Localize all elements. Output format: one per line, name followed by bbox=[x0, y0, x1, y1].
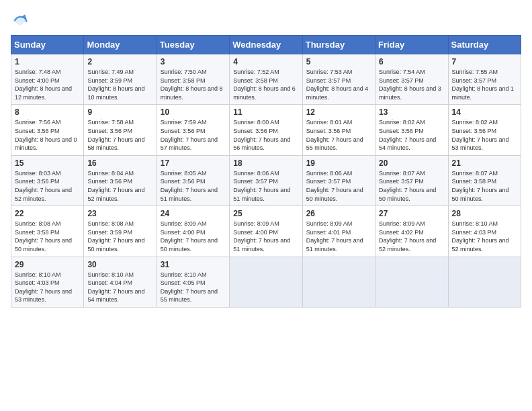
day-number: 25 bbox=[233, 209, 298, 218]
calendar-cell: 6 Sunrise: 7:54 AM Sunset: 3:57 PM Dayli… bbox=[375, 54, 448, 105]
calendar-cell: 21 Sunrise: 8:07 AM Sunset: 3:58 PM Dayl… bbox=[448, 155, 521, 205]
calendar-cell: 17 Sunrise: 8:05 AM Sunset: 3:56 PM Dayl… bbox=[157, 155, 229, 205]
calendar-cell: 31 Sunrise: 8:10 AM Sunset: 4:05 PM Dayl… bbox=[157, 257, 229, 307]
day-info: Sunrise: 8:10 AM Sunset: 4:05 PM Dayligh… bbox=[161, 271, 226, 304]
calendar-week-row: 15 Sunrise: 8:03 AM Sunset: 3:56 PM Dayl… bbox=[11, 155, 521, 205]
calendar-cell: 20 Sunrise: 8:07 AM Sunset: 3:57 PM Dayl… bbox=[375, 155, 448, 205]
calendar-header-sunday: Sunday bbox=[11, 36, 84, 54]
calendar-header-saturday: Saturday bbox=[448, 36, 521, 54]
calendar-header-monday: Monday bbox=[84, 36, 157, 54]
day-info: Sunrise: 7:50 AM Sunset: 3:58 PM Dayligh… bbox=[161, 68, 226, 101]
day-number: 6 bbox=[379, 57, 444, 66]
calendar-cell: 19 Sunrise: 8:06 AM Sunset: 3:57 PM Dayl… bbox=[302, 155, 375, 205]
day-info: Sunrise: 8:08 AM Sunset: 3:59 PM Dayligh… bbox=[87, 220, 152, 253]
day-number: 20 bbox=[379, 158, 444, 168]
calendar-cell: 2 Sunrise: 7:49 AM Sunset: 3:59 PM Dayli… bbox=[84, 54, 157, 105]
calendar-cell: 22 Sunrise: 8:08 AM Sunset: 3:58 PM Dayl… bbox=[11, 206, 84, 257]
day-number: 18 bbox=[233, 158, 298, 168]
day-number: 10 bbox=[161, 107, 226, 117]
day-number: 23 bbox=[87, 209, 152, 218]
day-number: 29 bbox=[15, 260, 80, 269]
calendar-cell: 1 Sunrise: 7:48 AM Sunset: 4:00 PM Dayli… bbox=[11, 54, 84, 105]
calendar-cell: 30 Sunrise: 8:10 AM Sunset: 4:04 PM Dayl… bbox=[84, 257, 157, 307]
day-info: Sunrise: 8:08 AM Sunset: 3:58 PM Dayligh… bbox=[15, 220, 80, 253]
day-info: Sunrise: 8:05 AM Sunset: 3:56 PM Dayligh… bbox=[161, 169, 226, 203]
day-info: Sunrise: 8:00 AM Sunset: 3:56 PM Dayligh… bbox=[233, 118, 298, 152]
day-number: 26 bbox=[306, 209, 371, 218]
calendar-header-friday: Friday bbox=[375, 36, 448, 54]
day-info: Sunrise: 7:55 AM Sunset: 3:57 PM Dayligh… bbox=[452, 68, 517, 101]
day-info: Sunrise: 8:10 AM Sunset: 4:03 PM Dayligh… bbox=[452, 220, 517, 253]
day-number: 17 bbox=[161, 158, 226, 168]
day-info: Sunrise: 8:09 AM Sunset: 4:02 PM Dayligh… bbox=[379, 220, 444, 253]
day-info: Sunrise: 7:48 AM Sunset: 4:00 PM Dayligh… bbox=[15, 68, 80, 101]
calendar-cell: 18 Sunrise: 8:06 AM Sunset: 3:57 PM Dayl… bbox=[230, 155, 302, 205]
day-number: 5 bbox=[306, 57, 371, 66]
calendar-cell: 10 Sunrise: 7:59 AM Sunset: 3:56 PM Dayl… bbox=[157, 105, 229, 155]
day-number: 19 bbox=[306, 158, 371, 168]
calendar-cell: 24 Sunrise: 8:09 AM Sunset: 4:00 PM Dayl… bbox=[157, 206, 229, 257]
calendar-cell bbox=[230, 257, 302, 307]
day-number: 16 bbox=[87, 158, 152, 168]
day-info: Sunrise: 8:03 AM Sunset: 3:56 PM Dayligh… bbox=[15, 169, 80, 203]
calendar-cell: 26 Sunrise: 8:09 AM Sunset: 4:01 PM Dayl… bbox=[302, 206, 375, 257]
calendar-table: SundayMondayTuesdayWednesdayThursdayFrid… bbox=[11, 35, 521, 308]
day-info: Sunrise: 8:07 AM Sunset: 3:57 PM Dayligh… bbox=[379, 169, 444, 203]
calendar-cell: 11 Sunrise: 8:00 AM Sunset: 3:56 PM Dayl… bbox=[230, 105, 302, 155]
calendar-cell bbox=[448, 257, 521, 307]
day-number: 4 bbox=[233, 57, 298, 66]
day-info: Sunrise: 8:07 AM Sunset: 3:58 PM Dayligh… bbox=[452, 169, 517, 203]
calendar-week-row: 8 Sunrise: 7:56 AM Sunset: 3:56 PM Dayli… bbox=[11, 105, 521, 155]
day-info: Sunrise: 8:10 AM Sunset: 4:03 PM Dayligh… bbox=[15, 271, 80, 304]
day-info: Sunrise: 8:09 AM Sunset: 4:00 PM Dayligh… bbox=[233, 220, 298, 253]
day-info: Sunrise: 8:01 AM Sunset: 3:56 PM Dayligh… bbox=[306, 118, 371, 152]
day-info: Sunrise: 8:06 AM Sunset: 3:57 PM Dayligh… bbox=[306, 169, 371, 203]
calendar-cell bbox=[302, 257, 375, 307]
day-number: 3 bbox=[161, 57, 226, 66]
calendar-cell: 7 Sunrise: 7:55 AM Sunset: 3:57 PM Dayli… bbox=[448, 54, 521, 105]
day-info: Sunrise: 7:53 AM Sunset: 3:57 PM Dayligh… bbox=[306, 68, 371, 101]
day-number: 13 bbox=[379, 107, 444, 117]
day-number: 27 bbox=[379, 209, 444, 218]
calendar-week-row: 29 Sunrise: 8:10 AM Sunset: 4:03 PM Dayl… bbox=[11, 257, 521, 307]
day-number: 30 bbox=[87, 260, 152, 269]
day-info: Sunrise: 7:52 AM Sunset: 3:58 PM Dayligh… bbox=[233, 68, 298, 101]
calendar-week-row: 1 Sunrise: 7:48 AM Sunset: 4:00 PM Dayli… bbox=[11, 54, 521, 105]
calendar-cell: 12 Sunrise: 8:01 AM Sunset: 3:56 PM Dayl… bbox=[302, 105, 375, 155]
day-info: Sunrise: 8:09 AM Sunset: 4:01 PM Dayligh… bbox=[306, 220, 371, 253]
day-number: 2 bbox=[87, 57, 152, 66]
day-number: 31 bbox=[161, 260, 226, 269]
day-number: 12 bbox=[306, 107, 371, 117]
logo bbox=[11, 11, 32, 30]
day-number: 28 bbox=[452, 209, 517, 218]
day-number: 14 bbox=[452, 107, 517, 117]
calendar-cell: 9 Sunrise: 7:58 AM Sunset: 3:56 PM Dayli… bbox=[84, 105, 157, 155]
calendar-cell: 8 Sunrise: 7:56 AM Sunset: 3:56 PM Dayli… bbox=[11, 105, 84, 155]
calendar-header-wednesday: Wednesday bbox=[230, 36, 302, 54]
calendar-cell: 13 Sunrise: 8:02 AM Sunset: 3:56 PM Dayl… bbox=[375, 105, 448, 155]
day-info: Sunrise: 7:58 AM Sunset: 3:56 PM Dayligh… bbox=[87, 118, 152, 152]
day-info: Sunrise: 7:59 AM Sunset: 3:56 PM Dayligh… bbox=[161, 118, 226, 152]
day-number: 15 bbox=[15, 158, 80, 168]
day-number: 24 bbox=[161, 209, 226, 218]
calendar-cell: 5 Sunrise: 7:53 AM Sunset: 3:57 PM Dayli… bbox=[302, 54, 375, 105]
day-number: 22 bbox=[15, 209, 80, 218]
day-number: 7 bbox=[452, 57, 517, 66]
calendar-cell: 16 Sunrise: 8:04 AM Sunset: 3:56 PM Dayl… bbox=[84, 155, 157, 205]
calendar-cell: 3 Sunrise: 7:50 AM Sunset: 3:58 PM Dayli… bbox=[157, 54, 229, 105]
day-info: Sunrise: 7:54 AM Sunset: 3:57 PM Dayligh… bbox=[379, 68, 444, 101]
day-info: Sunrise: 7:49 AM Sunset: 3:59 PM Dayligh… bbox=[87, 68, 152, 101]
day-number: 11 bbox=[233, 107, 298, 117]
day-number: 1 bbox=[15, 57, 80, 66]
day-info: Sunrise: 8:10 AM Sunset: 4:04 PM Dayligh… bbox=[87, 271, 152, 304]
day-info: Sunrise: 8:09 AM Sunset: 4:00 PM Dayligh… bbox=[161, 220, 226, 253]
calendar-week-row: 22 Sunrise: 8:08 AM Sunset: 3:58 PM Dayl… bbox=[11, 206, 521, 257]
calendar-cell: 15 Sunrise: 8:03 AM Sunset: 3:56 PM Dayl… bbox=[11, 155, 84, 205]
calendar-cell: 25 Sunrise: 8:09 AM Sunset: 4:00 PM Dayl… bbox=[230, 206, 302, 257]
day-number: 21 bbox=[452, 158, 517, 168]
calendar-header-tuesday: Tuesday bbox=[157, 36, 229, 54]
day-info: Sunrise: 8:02 AM Sunset: 3:56 PM Dayligh… bbox=[452, 118, 517, 152]
logo-icon bbox=[11, 11, 30, 30]
calendar-cell: 28 Sunrise: 8:10 AM Sunset: 4:03 PM Dayl… bbox=[448, 206, 521, 257]
calendar-cell: 27 Sunrise: 8:09 AM Sunset: 4:02 PM Dayl… bbox=[375, 206, 448, 257]
